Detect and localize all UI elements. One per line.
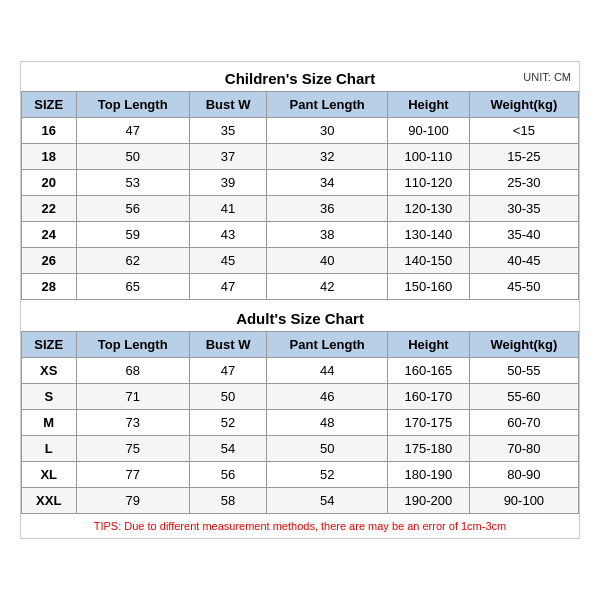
table-row: 24594338130-14035-40 xyxy=(22,222,579,248)
data-cell: 80-90 xyxy=(469,462,578,488)
size-chart-container: Children's Size Chart UNIT: CM SIZE Top … xyxy=(20,61,580,539)
size-cell: XL xyxy=(22,462,77,488)
data-cell: 45 xyxy=(189,248,266,274)
data-cell: 34 xyxy=(267,170,388,196)
data-cell: 160-170 xyxy=(388,384,470,410)
data-cell: 39 xyxy=(189,170,266,196)
data-cell: 47 xyxy=(189,358,266,384)
data-cell: 45-50 xyxy=(469,274,578,300)
data-cell: 60-70 xyxy=(469,410,578,436)
data-cell: 68 xyxy=(76,358,189,384)
data-cell: 35 xyxy=(189,118,266,144)
data-cell: 47 xyxy=(76,118,189,144)
data-cell: 62 xyxy=(76,248,189,274)
data-cell: 100-110 xyxy=(388,144,470,170)
adults-section-title: Adult's Size Chart xyxy=(21,302,579,331)
data-cell: 56 xyxy=(76,196,189,222)
table-row: XS684744160-16550-55 xyxy=(22,358,579,384)
data-cell: 160-165 xyxy=(388,358,470,384)
data-cell: 37 xyxy=(189,144,266,170)
data-cell: <15 xyxy=(469,118,578,144)
data-cell: 140-150 xyxy=(388,248,470,274)
size-cell: 26 xyxy=(22,248,77,274)
col-weight-adult: Weight(kg) xyxy=(469,332,578,358)
table-row: 26624540140-15040-45 xyxy=(22,248,579,274)
data-cell: 71 xyxy=(76,384,189,410)
data-cell: 52 xyxy=(189,410,266,436)
col-size-children: SIZE xyxy=(22,92,77,118)
table-row: 20533934110-12025-30 xyxy=(22,170,579,196)
table-row: L755450175-18070-80 xyxy=(22,436,579,462)
size-cell: XXL xyxy=(22,488,77,514)
table-row: 28654742150-16045-50 xyxy=(22,274,579,300)
data-cell: 56 xyxy=(189,462,266,488)
data-cell: 46 xyxy=(267,384,388,410)
size-cell: 28 xyxy=(22,274,77,300)
data-cell: 41 xyxy=(189,196,266,222)
data-cell: 15-25 xyxy=(469,144,578,170)
data-cell: 170-175 xyxy=(388,410,470,436)
data-cell: 120-130 xyxy=(388,196,470,222)
data-cell: 40-45 xyxy=(469,248,578,274)
data-cell: 42 xyxy=(267,274,388,300)
data-cell: 54 xyxy=(189,436,266,462)
size-cell: 24 xyxy=(22,222,77,248)
data-cell: 75 xyxy=(76,436,189,462)
data-cell: 43 xyxy=(189,222,266,248)
size-cell: L xyxy=(22,436,77,462)
data-cell: 47 xyxy=(189,274,266,300)
size-cell: 18 xyxy=(22,144,77,170)
col-height-adult: Height xyxy=(388,332,470,358)
size-cell: XS xyxy=(22,358,77,384)
children-size-table: SIZE Top Length Bust W Pant Length Heigh… xyxy=(21,91,579,300)
data-cell: 52 xyxy=(267,462,388,488)
table-row: 1647353090-100<15 xyxy=(22,118,579,144)
col-pant-length-adult: Pant Length xyxy=(267,332,388,358)
adults-title-text: Adult's Size Chart xyxy=(236,310,364,327)
data-cell: 50 xyxy=(189,384,266,410)
data-cell: 175-180 xyxy=(388,436,470,462)
children-header-row: SIZE Top Length Bust W Pant Length Heigh… xyxy=(22,92,579,118)
data-cell: 40 xyxy=(267,248,388,274)
data-cell: 32 xyxy=(267,144,388,170)
data-cell: 79 xyxy=(76,488,189,514)
data-cell: 54 xyxy=(267,488,388,514)
data-cell: 50-55 xyxy=(469,358,578,384)
data-cell: 180-190 xyxy=(388,462,470,488)
data-cell: 30 xyxy=(267,118,388,144)
data-cell: 58 xyxy=(189,488,266,514)
size-cell: 22 xyxy=(22,196,77,222)
col-bust-w-children: Bust W xyxy=(189,92,266,118)
size-cell: 20 xyxy=(22,170,77,196)
table-row: XXL795854190-20090-100 xyxy=(22,488,579,514)
data-cell: 55-60 xyxy=(469,384,578,410)
table-row: XL775652180-19080-90 xyxy=(22,462,579,488)
adult-size-table: SIZE Top Length Bust W Pant Length Heigh… xyxy=(21,331,579,514)
adult-table-body: XS684744160-16550-55S715046160-17055-60M… xyxy=(22,358,579,514)
col-top-length-children: Top Length xyxy=(76,92,189,118)
table-row: 18503732100-11015-25 xyxy=(22,144,579,170)
data-cell: 53 xyxy=(76,170,189,196)
data-cell: 36 xyxy=(267,196,388,222)
data-cell: 90-100 xyxy=(469,488,578,514)
data-cell: 50 xyxy=(267,436,388,462)
col-size-adult: SIZE xyxy=(22,332,77,358)
data-cell: 38 xyxy=(267,222,388,248)
data-cell: 90-100 xyxy=(388,118,470,144)
table-row: S715046160-17055-60 xyxy=(22,384,579,410)
data-cell: 77 xyxy=(76,462,189,488)
data-cell: 110-120 xyxy=(388,170,470,196)
data-cell: 190-200 xyxy=(388,488,470,514)
col-pant-length-children: Pant Length xyxy=(267,92,388,118)
children-title-text: Children's Size Chart xyxy=(225,70,375,87)
children-section-title: Children's Size Chart UNIT: CM xyxy=(21,62,579,91)
data-cell: 65 xyxy=(76,274,189,300)
unit-label: UNIT: CM xyxy=(523,71,571,83)
data-cell: 25-30 xyxy=(469,170,578,196)
size-cell: M xyxy=(22,410,77,436)
data-cell: 35-40 xyxy=(469,222,578,248)
data-cell: 48 xyxy=(267,410,388,436)
col-bust-w-adult: Bust W xyxy=(189,332,266,358)
data-cell: 73 xyxy=(76,410,189,436)
data-cell: 130-140 xyxy=(388,222,470,248)
